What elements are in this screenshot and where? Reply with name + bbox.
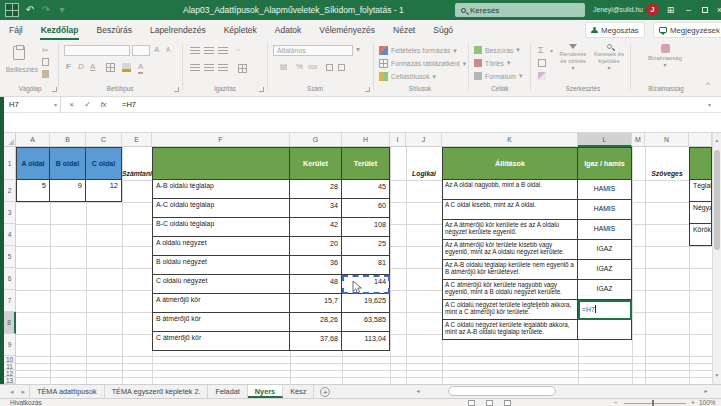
zoom-out-icon[interactable]: −	[614, 399, 618, 406]
cell-a2[interactable]: 5	[16, 180, 50, 202]
statement-cell[interactable]: Az A oldal nagyobb, mint a B oldal.	[442, 180, 578, 200]
sheet-tab-feladat[interactable]: Feladat	[208, 385, 247, 398]
decrease-decimal-icon[interactable]	[338, 64, 345, 71]
ribbon-tab-fajl[interactable]: Fájl	[0, 20, 32, 40]
autosum-icon[interactable]: Σ	[538, 45, 544, 55]
cell-n1-szoveges[interactable]: Szöveges	[645, 147, 689, 180]
page-break-view-icon[interactable]	[504, 400, 511, 406]
column-header-h[interactable]: H	[342, 133, 390, 147]
sheet-nav-left-icon[interactable]: ◂	[6, 385, 18, 398]
grow-font-icon[interactable]: A	[154, 45, 159, 55]
igaz-hamis-cell[interactable]: IGAZ	[578, 240, 632, 260]
ribbon-tab-beszuras[interactable]: Beszúrás	[87, 20, 140, 40]
collapse-ribbon-icon[interactable]: ^	[706, 80, 710, 90]
shape-name-cell[interactable]: C átmérőjű kör	[152, 332, 290, 351]
cell-b2[interactable]: 9	[50, 180, 86, 202]
igaz-hamis-cell[interactable]	[578, 320, 632, 340]
restore-button[interactable]	[697, 0, 712, 20]
hscroll-right-icon[interactable]: ▸	[700, 386, 712, 396]
font-name-box[interactable]	[64, 45, 130, 56]
name-box-dropdown-icon[interactable]: ▾	[48, 97, 63, 113]
formula-input[interactable]: =H7	[122, 97, 136, 113]
close-button[interactable]: ×	[712, 0, 721, 20]
ribbon-tab-velemenyezes[interactable]: Véleményezés	[310, 20, 384, 40]
terulet-cell[interactable]: 45	[342, 180, 390, 199]
cell-e1-szamtani[interactable]: Számtani	[122, 147, 152, 180]
kerulet-cell[interactable]: 20	[290, 237, 342, 256]
shape-name-cell[interactable]: B oldalú négyzet	[152, 256, 290, 275]
merge-center-icon[interactable]	[238, 64, 247, 73]
shrink-font-icon[interactable]: A	[166, 45, 170, 55]
kerulet-cell[interactable]: 28,26	[290, 313, 342, 332]
sheet-tab-tema-egyszeru-kepletek[interactable]: TÉMA egyszerű képletek 2.	[105, 385, 209, 398]
cell-styles-button[interactable]: Cellastílusok ▾	[379, 72, 436, 81]
comments-button[interactable]: Megjegyzések	[653, 22, 721, 38]
column-header-g[interactable]: G	[290, 133, 342, 147]
align-right-icon[interactable]	[218, 64, 228, 71]
kerulet-cell[interactable]: 15,7	[290, 294, 342, 313]
share-button[interactable]: Megosztás	[585, 22, 645, 38]
kerulet-cell[interactable]: 42	[290, 218, 342, 237]
zoom-level[interactable]: 100%	[699, 399, 716, 406]
shape-name-cell[interactable]: B átmérőjű kör	[152, 313, 290, 332]
align-middle-icon[interactable]	[204, 47, 214, 54]
scroll-down-icon[interactable]: ▾	[713, 369, 721, 382]
cell-g1-kerulet[interactable]: Kerület	[290, 147, 342, 180]
statement-cell[interactable]: A C oldalú négyzet kerülete legalább akk…	[442, 320, 578, 340]
percent-style-icon[interactable]: %	[296, 62, 303, 72]
format-painter-icon[interactable]	[42, 70, 49, 78]
terulet-cell[interactable]: 113,04	[342, 332, 390, 351]
statement-cell[interactable]: Az A-B oldalú téglalap kerülete nem egye…	[442, 260, 578, 280]
number-dialog-launcher-icon[interactable]	[365, 87, 370, 92]
font-size-box[interactable]	[132, 45, 150, 56]
sheet-nav-right-icon[interactable]: ▸	[18, 385, 30, 398]
format-as-table-button[interactable]: Formázás táblázatként ▾	[379, 59, 466, 68]
ribbon-tab-adatok[interactable]: Adatok	[266, 20, 310, 40]
fill-icon[interactable]	[538, 59, 546, 67]
row-header-2[interactable]: 2	[4, 180, 16, 202]
sensitivity-button[interactable]: Bizalmasság ▾	[648, 44, 682, 69]
row-header-4[interactable]: 4	[4, 224, 16, 246]
statement-cell[interactable]: Az A átmérőjű kör területe kisebb vagy e…	[442, 240, 578, 260]
column-header-e[interactable]: E	[122, 133, 152, 147]
formula-bar-expanded-area[interactable]	[4, 113, 721, 133]
comma-style-icon[interactable]: 000	[308, 62, 317, 72]
insert-function-icon[interactable]: fx	[96, 97, 111, 113]
column-header-c[interactable]: C	[86, 133, 122, 147]
statement-cell[interactable]: A C átmérőjű kör kerülete nagyobb vagy e…	[442, 280, 578, 300]
formula-bar-expand-icon[interactable]: ▾	[702, 97, 717, 113]
cell-f1-header[interactable]	[152, 147, 290, 180]
column-header-b[interactable]: B	[50, 133, 86, 147]
column-header-l[interactable]: L	[578, 133, 632, 147]
row-header-1[interactable]: 1	[4, 147, 16, 180]
autosum-dropdown-icon[interactable]: ▾	[550, 46, 553, 56]
igaz-hamis-cell[interactable]: HAMIS	[578, 180, 632, 200]
cell-j1-logikai[interactable]: Logikai	[406, 147, 442, 180]
ribbon-tab-kepletek[interactable]: Képletek	[215, 20, 266, 40]
igaz-hamis-cell[interactable]: HAMIS	[578, 220, 632, 240]
ribbon-tab-lapelrendezes[interactable]: Lapelrendezés	[141, 20, 215, 40]
font-dialog-launcher-icon[interactable]	[174, 87, 179, 92]
format-cells-button[interactable]: Formátum ▾	[474, 72, 522, 80]
cell-l1-igaz-hamis[interactable]: Igaz / hamis	[578, 147, 632, 180]
undo-icon[interactable]: ↶	[22, 0, 38, 20]
align-left-icon[interactable]	[190, 64, 200, 71]
row-header-9[interactable]: 9	[4, 334, 16, 356]
row-header-13[interactable]: 13	[4, 377, 16, 384]
increase-decimal-icon[interactable]	[326, 64, 333, 71]
kerulet-cell[interactable]: 34	[290, 199, 342, 218]
qat-more-icon[interactable]: ▾	[54, 0, 70, 20]
column-header-m[interactable]: M	[632, 133, 645, 147]
font-color-icon[interactable]: A	[138, 62, 143, 74]
terulet-cell[interactable]: 81	[342, 256, 390, 275]
shape-name-cell[interactable]: B-C oldalú téglalap	[152, 218, 290, 237]
insert-cells-button[interactable]: Beszúrás ▾	[474, 46, 520, 54]
page-layout-view-icon[interactable]	[486, 400, 493, 406]
fill-color-icon[interactable]	[122, 63, 131, 72]
find-select-button[interactable]: Keresés és kijelölés ▾	[592, 44, 626, 72]
kerulet-cell[interactable]: 28	[290, 180, 342, 199]
vertical-scrollbar[interactable]: ▴ ▾	[712, 133, 721, 384]
column-header-i[interactable]: I	[390, 133, 406, 147]
hscroll-left-icon[interactable]: ◂	[412, 386, 424, 396]
column-header-k[interactable]: K	[442, 133, 578, 147]
